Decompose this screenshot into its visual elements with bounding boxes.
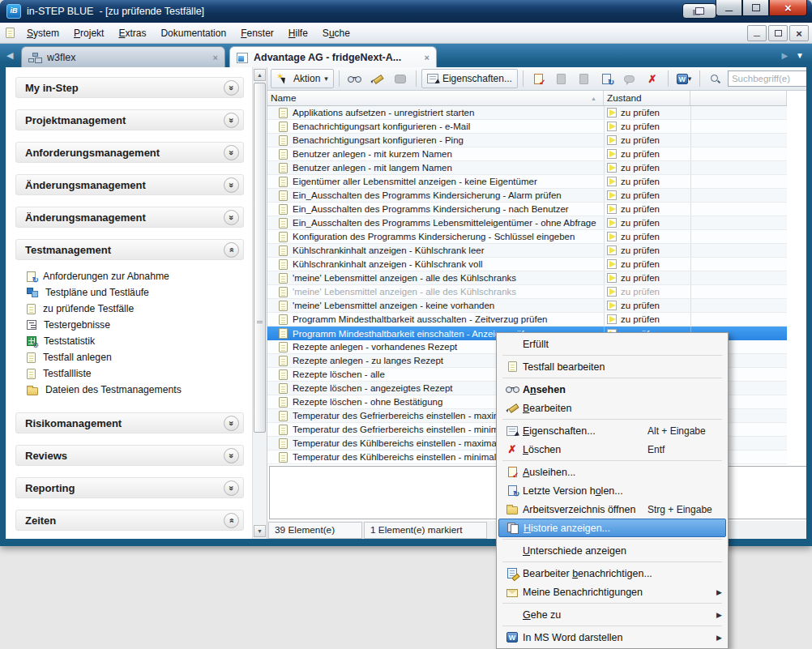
- context-menu-item[interactable]: Letzte Version holen...: [497, 481, 728, 500]
- column-header-empty[interactable]: [690, 91, 787, 105]
- delete-button[interactable]: [642, 70, 663, 88]
- context-menu-item[interactable]: Testfall bearbeiten: [497, 357, 728, 376]
- tab-scroll-left-icon[interactable]: ◀: [6, 50, 13, 61]
- table-row[interactable]: Ein_Ausschalten des Programms Kindersich…: [267, 203, 787, 216]
- context-menu-item[interactable]: Ansehen: [497, 380, 728, 399]
- close-icon[interactable]: [425, 53, 430, 62]
- table-row[interactable]: 'meine' Lebensmittel anzeigen - keine vo…: [267, 299, 787, 313]
- sidebar-item[interactable]: Anforderungen zur Abnahme: [27, 268, 244, 284]
- menubar-item-hilfe[interactable]: Hilfe: [281, 23, 315, 43]
- table-row[interactable]: Ein_Ausschalten des Programms Lebensmitt…: [267, 216, 787, 230]
- table-row[interactable]: Konfiguration des Programms Kindersicher…: [267, 230, 787, 244]
- mdi-close-button[interactable]: [789, 25, 809, 41]
- eigenschaften-button[interactable]: Eigenschaften...: [421, 69, 518, 88]
- table-row[interactable]: Benutzer anlegen - mit kurzem Namenzu pr…: [267, 147, 787, 161]
- context-menu-item[interactable]: Meine Benachrichtigungen: [497, 583, 728, 601]
- context-menu-item[interactable]: Eigenschaften...Alt + Eingabe: [497, 421, 728, 440]
- chevron-down-icon[interactable]: »: [224, 480, 239, 496]
- table-row[interactable]: Benutzer anlegen - mit langem Namenzu pr…: [267, 161, 787, 175]
- state-arrow-icon: [607, 246, 617, 255]
- context-menu-item[interactable]: Gehe zu: [497, 605, 728, 624]
- context-menu-item[interactable]: Bearbeiter benachrichtigen...: [497, 564, 728, 583]
- edit-button[interactable]: [367, 70, 388, 88]
- table-row[interactable]: Eigentümer aller Lebensmittel anzeigen -…: [267, 175, 787, 189]
- context-menu-item[interactable]: LöschenEntf: [497, 440, 728, 459]
- table-row[interactable]: 'meine' Lebensmittel anzeigen - alle des…: [267, 271, 787, 285]
- sidebar-section-header[interactable]: Testmanagement»: [15, 239, 244, 260]
- chevron-up-icon[interactable]: »: [224, 242, 239, 258]
- sidebar-section-header[interactable]: My in-Step»: [15, 77, 244, 98]
- context-menu-item[interactable]: Historie anzeigen...: [498, 519, 726, 537]
- sidebar-item[interactable]: Testergebnisse: [27, 317, 244, 333]
- titlebar-extra-button[interactable]: [682, 3, 716, 19]
- sidebar-section-header[interactable]: Änderungsmanagement»: [15, 207, 244, 228]
- sidebar-section-header[interactable]: Änderungsmanagement»: [15, 174, 244, 195]
- minimize-button[interactable]: [716, 0, 742, 16]
- menubar-item-system[interactable]: System: [19, 23, 66, 43]
- sidebar-section-header[interactable]: Anforderungsmanagement»: [15, 142, 244, 163]
- chevron-down-icon[interactable]: »: [224, 80, 239, 96]
- document-tab[interactable]: w3flex: [21, 46, 225, 67]
- table-row[interactable]: Applikations aufsetzen - unregistriert s…: [267, 106, 787, 120]
- tab-scroll-right-icon[interactable]: ▶: [781, 51, 788, 60]
- table-row[interactable]: 'meine' Lebensmittel anzeigen - alle des…: [267, 285, 787, 299]
- table-row[interactable]: Benachrichtigungsart konfigurieren - e-M…: [267, 120, 787, 134]
- sidebar-section-header[interactable]: Reviews»: [15, 445, 244, 466]
- context-menu-item[interactable]: In MS Word darstellen: [497, 628, 728, 647]
- document-icon: [279, 259, 288, 270]
- table-row[interactable]: Kühlschrankinhalt anzeigen - Kühlschrank…: [267, 258, 787, 271]
- close-icon[interactable]: [213, 53, 218, 62]
- menubar-item-projekt[interactable]: Projekt: [66, 23, 111, 43]
- mdi-restore-button[interactable]: [768, 25, 788, 41]
- tab-list-dropdown-icon[interactable]: ▼: [796, 51, 804, 60]
- chevron-down-icon[interactable]: »: [224, 113, 239, 128]
- aktion-button[interactable]: Aktion ▾: [271, 69, 334, 88]
- sidebar-item[interactable]: Testfall anlegen: [27, 349, 244, 365]
- scroll-up-icon[interactable]: [254, 69, 266, 81]
- chevron-down-icon[interactable]: »: [224, 448, 239, 463]
- checkin-button[interactable]: [596, 70, 618, 88]
- context-menu-item[interactable]: Erfüllt: [497, 335, 728, 353]
- menubar-item-suche[interactable]: Suche: [315, 23, 357, 43]
- sidebar-section-header[interactable]: Zeiten»: [15, 510, 244, 531]
- chevron-down-icon[interactable]: »: [224, 145, 239, 160]
- sidebar-item[interactable]: zu prüfende Testfälle: [27, 301, 244, 317]
- table-row[interactable]: Benachrichtigungsart konfigurieren - Pin…: [267, 134, 787, 147]
- menubar-item-dokumentation[interactable]: Dokumentation: [153, 23, 233, 43]
- maximize-button[interactable]: [742, 0, 769, 16]
- column-header-name[interactable]: Name: [267, 91, 604, 105]
- close-button[interactable]: [769, 0, 807, 16]
- search-button[interactable]: [705, 70, 726, 88]
- scroll-down-icon[interactable]: [254, 525, 266, 537]
- menubar-item-fenster[interactable]: Fenster: [233, 23, 281, 43]
- view-button[interactable]: [344, 70, 365, 88]
- context-menu-item[interactable]: Unterschiede anzeigen: [497, 541, 728, 560]
- sidebar-item[interactable]: Testpläne und Testläufe: [27, 284, 244, 301]
- search-input[interactable]: [728, 70, 806, 87]
- chevron-down-icon[interactable]: »: [224, 416, 239, 431]
- sidebar-section-header[interactable]: Projektmanagement»: [15, 109, 244, 130]
- mdi-minimize-button[interactable]: [747, 25, 767, 41]
- sidebar-item[interactable]: Testfallliste: [27, 365, 244, 382]
- checkout-button[interactable]: [528, 70, 549, 88]
- table-row[interactable]: Programm Mindesthaltbarkeit ausschalten …: [267, 313, 787, 327]
- sidebar-item[interactable]: Dateien des Testmanagements: [27, 382, 244, 398]
- chevron-down-icon[interactable]: »: [224, 210, 239, 225]
- word-export-button[interactable]: ▾: [673, 70, 694, 88]
- sidebar-section-header[interactable]: Reporting»: [15, 477, 244, 498]
- table-row[interactable]: Ein_Ausschalten des Programms Kindersich…: [267, 189, 787, 203]
- column-header-zustand[interactable]: Zustand: [604, 91, 690, 105]
- context-menu-item[interactable]: Bearbeiten: [497, 399, 728, 417]
- document-tab[interactable]: Advantage AG - fridgeNext-A...: [229, 46, 437, 68]
- chevron-down-icon[interactable]: »: [224, 177, 239, 193]
- sidebar-scrollbar[interactable]: [252, 67, 267, 539]
- chevron-up-icon[interactable]: »: [224, 513, 239, 528]
- scrollbar-thumb[interactable]: [254, 83, 266, 433]
- sidebar-item[interactable]: Teststatistik: [27, 333, 244, 349]
- menubar-item-extras[interactable]: Extras: [111, 23, 153, 43]
- sidebar-section-header[interactable]: Risikomanagement»: [15, 412, 244, 433]
- cell-state: zu prüfen: [604, 230, 690, 243]
- context-menu-item[interactable]: Arbeitsverzeichnis öffnenStrg + Eingabe: [497, 500, 728, 519]
- context-menu-item[interactable]: Ausleihen...: [497, 463, 728, 481]
- table-row[interactable]: Kühlschrankinhalt anzeigen - Kühlschrank…: [267, 244, 787, 258]
